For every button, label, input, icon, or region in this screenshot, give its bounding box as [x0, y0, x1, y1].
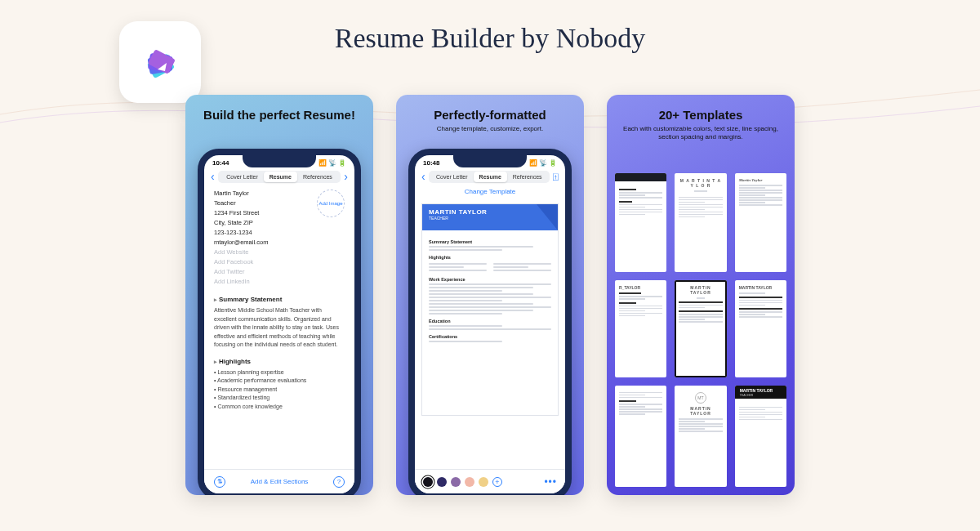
add-color-button[interactable]: +: [492, 477, 502, 487]
template-grid: M A R T I N T A Y L O R Martin Taylor R_…: [607, 173, 795, 495]
screenshot-3: 20+ Templates Each with customizable col…: [607, 95, 795, 495]
help-button[interactable]: ?: [333, 476, 345, 488]
app-logo-icon: [133, 35, 187, 89]
tab-references[interactable]: References: [507, 172, 548, 182]
color-swatch[interactable]: [465, 477, 474, 487]
contact-info[interactable]: Martin Taylor Teacher 1234 First Street …: [214, 190, 268, 288]
status-icons: 📶 📡 🔋: [529, 159, 557, 167]
add-image-button[interactable]: Add Image: [317, 190, 345, 217]
highlights-list[interactable]: Lesson planning expertise Academic perfo…: [214, 368, 345, 412]
template-thumb[interactable]: MARTIN TAYLORTEACHER: [735, 386, 786, 487]
template-thumb[interactable]: Martin Taylor: [735, 173, 786, 272]
screenshot-1: Build the perfect Resume! 10:44 📶 📡 🔋 ‹ …: [185, 95, 373, 495]
back-chevron-icon[interactable]: ‹: [211, 170, 215, 183]
shot2-headline: Perfectly-formatted: [408, 108, 572, 122]
reorder-button[interactable]: ⇅: [214, 476, 225, 488]
summary-heading[interactable]: Summary Statement: [214, 296, 345, 303]
segment-control[interactable]: Cover Letter Resume References: [218, 171, 341, 183]
template-thumb[interactable]: R_TAYLOR: [615, 280, 666, 377]
tab-references[interactable]: References: [297, 172, 338, 182]
screenshot-2: Perfectly-formatted Change template, cus…: [396, 95, 584, 495]
shot3-sub: Each with customizable colors, text size…: [618, 125, 783, 142]
back-chevron-icon[interactable]: ‹: [421, 170, 425, 183]
color-swatch[interactable]: [423, 477, 433, 487]
phone-mockup-1: 10:44 📶 📡 🔋 ‹ Cover Letter Resume Refere…: [198, 149, 361, 495]
share-icon[interactable]: ⍐: [553, 172, 559, 181]
template-thumb-selected[interactable]: MARTIN TAYLOR: [675, 280, 726, 377]
change-template-button[interactable]: Change Template: [415, 185, 565, 200]
status-icons: 📶 📡 🔋: [318, 159, 346, 167]
template-thumb[interactable]: M A R T I N T A Y L O R: [675, 173, 726, 272]
status-time: 10:44: [212, 159, 229, 167]
summary-body[interactable]: Attentive Middle School Math Teacher wit…: [214, 306, 345, 350]
tab-cover-letter[interactable]: Cover Letter: [220, 172, 264, 182]
forward-chevron-icon[interactable]: ›: [344, 170, 348, 183]
tab-resume[interactable]: Resume: [474, 172, 507, 182]
template-thumb[interactable]: [615, 173, 666, 272]
phone-mockup-2: 10:48 📶 📡 🔋 ‹ Cover Letter Resume Refere…: [408, 149, 572, 495]
add-facebook-link[interactable]: Add Facebook: [214, 258, 268, 266]
status-time: 10:48: [423, 159, 439, 167]
template-thumb[interactable]: [615, 386, 666, 487]
template-thumb[interactable]: MARTIN TAYLOR: [735, 280, 786, 377]
add-edit-sections-button[interactable]: Add & Edit Sections: [251, 478, 309, 485]
shot1-headline: Build the perfect Resume!: [197, 108, 362, 122]
add-website-link[interactable]: Add Website: [214, 248, 268, 256]
resume-preview[interactable]: MARTIN TAYLORTEACHER Summary Statement H…: [421, 203, 559, 416]
more-options-icon[interactable]: •••: [544, 476, 557, 488]
color-swatch[interactable]: [479, 477, 488, 487]
template-thumb[interactable]: MTMARTIN TAYLOR: [675, 386, 726, 487]
color-swatch[interactable]: [451, 477, 461, 487]
add-twitter-link[interactable]: Add Twitter: [214, 268, 268, 275]
app-icon: [119, 21, 201, 103]
highlights-heading[interactable]: Highlights: [214, 358, 345, 365]
shot3-headline: 20+ Templates: [618, 108, 783, 122]
segment-control[interactable]: Cover Letter Resume References: [429, 171, 550, 183]
shot2-sub: Change template, customize, export.: [408, 125, 572, 133]
tab-cover-letter[interactable]: Cover Letter: [430, 172, 474, 182]
add-linkedin-link[interactable]: Add LinkedIn: [214, 278, 268, 285]
tab-resume[interactable]: Resume: [264, 172, 297, 182]
color-swatch[interactable]: [437, 477, 447, 487]
